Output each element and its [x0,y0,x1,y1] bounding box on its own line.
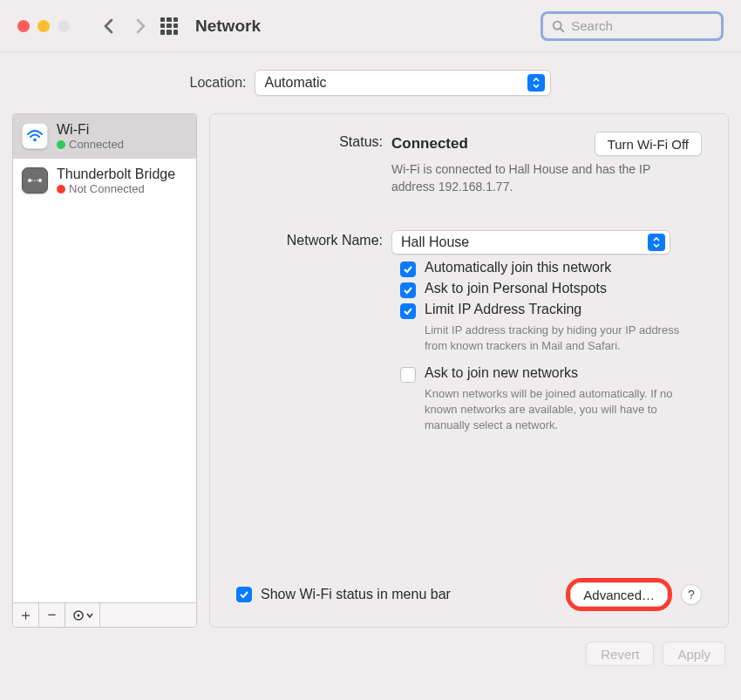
service-list: Wi-Fi Connected Thunderbolt Bridge Not C… [12,113,197,628]
service-actions-button[interactable] [65,603,100,627]
back-button[interactable] [98,15,120,37]
details-pane: Status: Connected Turn Wi-Fi Off Wi-Fi i… [209,113,729,628]
checkbox-auto-join[interactable]: Automatically join this network [236,260,702,277]
checkbox-icon [236,587,252,602]
location-select[interactable]: Automatic [255,70,551,96]
service-status-text: Not Connected [69,182,145,196]
network-name-label: Network Name: [236,230,391,248]
checkbox-label: Ask to join new networks [425,365,578,381]
svg-point-7 [77,614,79,616]
checkbox-label: Limit IP Address Tracking [425,302,581,317]
close-window-button[interactable] [17,20,30,32]
checkbox-wifi-menubar[interactable]: Show Wi-Fi status in menu bar [236,587,451,602]
checkbox-icon [400,282,416,298]
service-name: Wi-Fi [57,121,124,138]
status-dot-icon [57,140,65,149]
service-item-wifi[interactable]: Wi-Fi Connected [13,114,196,159]
limit-ip-hint: Limit IP address tracking by hiding your… [236,323,702,354]
search-field[interactable] [540,11,724,41]
title-bar: Network [0,0,741,52]
wifi-toggle-button[interactable]: Turn Wi-Fi Off [595,132,702,156]
window-controls [17,20,70,32]
forward-button[interactable] [129,15,152,37]
svg-line-1 [561,28,564,31]
service-status: Connected [57,138,124,152]
thunderbolt-icon [22,167,48,194]
apply-button[interactable]: Apply [663,642,725,666]
add-service-button[interactable]: ＋ [13,603,39,627]
ask-new-hint: Known networks will be joined automatica… [236,386,702,434]
checkbox-label: Ask to join Personal Hotspots [425,281,607,296]
location-value: Automatic [264,75,527,91]
network-name-value: Hall House [401,234,648,250]
help-button[interactable]: ? [681,584,702,605]
checkbox-label: Show Wi-Fi status in menu bar [261,587,451,602]
service-item-thunderbolt[interactable]: Thunderbolt Bridge Not Connected [13,159,196,203]
svg-point-4 [38,179,42,182]
footer-buttons: Revert Apply [0,628,741,666]
wifi-icon [22,123,48,149]
zoom-window-button[interactable] [58,20,70,32]
svg-point-2 [33,139,37,142]
network-name-select[interactable]: Hall House [391,230,670,255]
show-all-button[interactable] [160,17,178,35]
status-dot-icon [57,185,65,194]
service-name: Thunderbolt Bridge [57,166,175,182]
main-content: Wi-Fi Connected Thunderbolt Bridge Not C… [0,113,741,628]
checkbox-icon [400,367,416,383]
checkbox-limit-ip[interactable]: Limit IP Address Tracking [236,302,702,319]
checkbox-ask-new-networks[interactable]: Ask to join new networks [236,365,702,383]
location-label: Location: [190,75,247,91]
status-value: Connected [391,135,468,153]
updown-arrows-icon [527,74,545,92]
revert-button[interactable]: Revert [586,642,654,666]
service-status-text: Connected [69,138,124,152]
status-hint: Wi-Fi is connected to Hall House and has… [391,161,662,195]
location-row: Location: Automatic [0,52,741,113]
window-title: Network [195,17,261,36]
svg-point-3 [28,179,31,182]
checkbox-ask-hotspots[interactable]: Ask to join Personal Hotspots [236,281,702,298]
service-list-toolbar: ＋ − [13,602,196,627]
updown-arrows-icon [648,234,665,251]
status-label: Status: [236,132,391,150]
minimize-window-button[interactable] [37,20,50,32]
checkbox-icon [400,262,416,277]
advanced-button-highlight: Advanced… [566,578,672,611]
checkbox-icon [400,303,416,319]
gear-dropdown-icon [71,608,95,622]
search-input[interactable] [569,17,712,34]
remove-service-button[interactable]: − [39,603,65,627]
service-status: Not Connected [57,182,175,196]
checkbox-label: Automatically join this network [425,260,611,275]
advanced-button[interactable]: Advanced… [570,582,668,607]
search-icon [552,19,564,33]
